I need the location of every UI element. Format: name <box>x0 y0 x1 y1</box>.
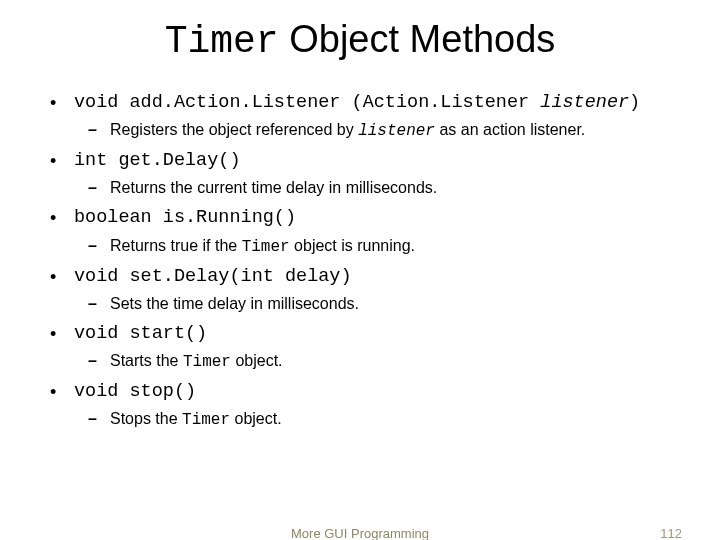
dash-icon: – <box>88 349 110 373</box>
method-desc: Registers the object referenced by liste… <box>110 118 585 143</box>
dash-icon: – <box>88 292 110 316</box>
method-signature: int get.Delay() <box>74 149 241 174</box>
methods-list: • void start() <box>50 322 680 347</box>
dash-icon: – <box>88 118 110 142</box>
bullet-icon: • <box>50 149 74 174</box>
method-signature: void stop() <box>74 380 196 405</box>
methods-list: • void stop() <box>50 380 680 405</box>
method-desc-item: – Returns true if the Timer object is ru… <box>88 234 680 259</box>
method-signature: void start() <box>74 322 207 347</box>
method-desc: Starts the Timer object. <box>110 349 283 374</box>
method-desc-list: – Sets the time delay in milliseconds. <box>40 292 680 316</box>
page-number: 112 <box>660 526 682 540</box>
bullet-icon: • <box>50 380 74 405</box>
dash-icon: – <box>88 407 110 431</box>
methods-list: • void set.Delay(int delay) <box>50 265 680 290</box>
method-desc-item: – Starts the Timer object. <box>88 349 680 374</box>
dash-icon: – <box>88 234 110 258</box>
method-signature: void set.Delay(int delay) <box>74 265 352 290</box>
method-desc: Returns true if the Timer object is runn… <box>110 234 415 259</box>
method-item: • boolean is.Running() <box>50 206 680 231</box>
bullet-icon: • <box>50 322 74 347</box>
method-desc-item: – Returns the current time delay in mill… <box>88 176 680 200</box>
method-desc-list: – Registers the object referenced by lis… <box>40 118 680 143</box>
method-desc-list: – Returns true if the Timer object is ru… <box>40 234 680 259</box>
method-desc-item: – Stops the Timer object. <box>88 407 680 432</box>
method-item: • void stop() <box>50 380 680 405</box>
bullet-icon: • <box>50 265 74 290</box>
methods-list: • int get.Delay() <box>50 149 680 174</box>
footer-text: More GUI Programming <box>291 526 429 540</box>
method-item: • void add.Action.Listener (Action.Liste… <box>50 91 680 116</box>
method-item: • int get.Delay() <box>50 149 680 174</box>
methods-list: • void add.Action.Listener (Action.Liste… <box>50 91 680 116</box>
method-signature: void add.Action.Listener (Action.Listene… <box>74 91 640 116</box>
title-code: Timer <box>165 20 279 63</box>
method-item: • void start() <box>50 322 680 347</box>
methods-list: • boolean is.Running() <box>50 206 680 231</box>
method-item: • void set.Delay(int delay) <box>50 265 680 290</box>
dash-icon: – <box>88 176 110 200</box>
method-desc-list: – Returns the current time delay in mill… <box>40 176 680 200</box>
method-desc-list: – Stops the Timer object. <box>40 407 680 432</box>
method-desc: Stops the Timer object. <box>110 407 282 432</box>
bullet-icon: • <box>50 206 74 231</box>
method-desc: Sets the time delay in milliseconds. <box>110 292 359 316</box>
method-desc-item: – Sets the time delay in milliseconds. <box>88 292 680 316</box>
title-rest: Object Methods <box>279 18 556 60</box>
bullet-icon: • <box>50 91 74 116</box>
method-signature: boolean is.Running() <box>74 206 296 231</box>
slide-title: Timer Object Methods <box>40 18 680 63</box>
method-desc-list: – Starts the Timer object. <box>40 349 680 374</box>
method-desc-item: – Registers the object referenced by lis… <box>88 118 680 143</box>
method-desc: Returns the current time delay in millis… <box>110 176 437 200</box>
